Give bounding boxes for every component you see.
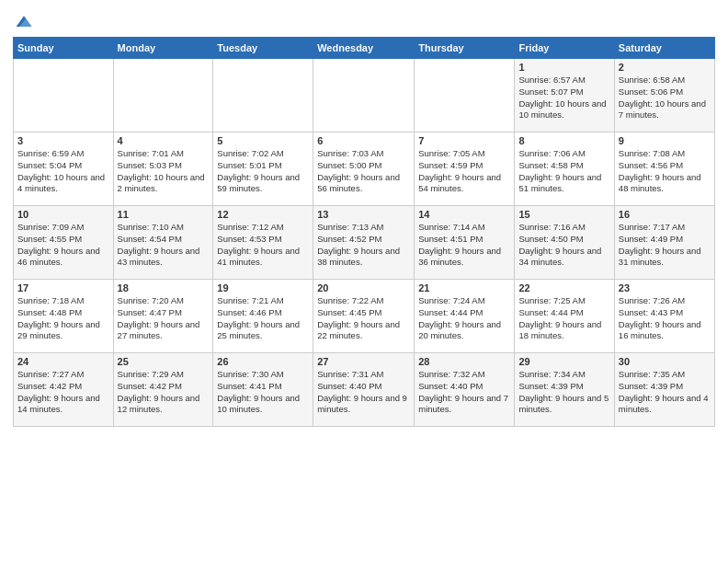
- weekday-header-wednesday: Wednesday: [313, 38, 415, 59]
- calendar-week-row: 1Sunrise: 6:57 AMSunset: 5:07 PMDaylight…: [14, 59, 715, 132]
- day-number: 20: [317, 282, 410, 293]
- calendar-cell: [415, 59, 515, 132]
- day-number: 23: [619, 282, 711, 293]
- calendar-cell: 1Sunrise: 6:57 AMSunset: 5:07 PMDaylight…: [515, 59, 614, 132]
- calendar-cell: 6Sunrise: 7:03 AMSunset: 5:00 PMDaylight…: [313, 132, 415, 206]
- day-number: 30: [619, 356, 711, 367]
- logo-icon: [15, 13, 33, 31]
- day-info: Sunrise: 7:20 AMSunset: 4:47 PMDaylight:…: [118, 295, 210, 342]
- calendar-cell: 25Sunrise: 7:29 AMSunset: 4:42 PMDayligh…: [113, 353, 213, 427]
- day-number: 11: [118, 209, 210, 220]
- day-number: 7: [418, 135, 510, 146]
- calendar-cell: 9Sunrise: 7:08 AMSunset: 4:56 PMDaylight…: [614, 132, 714, 206]
- weekday-header-saturday: Saturday: [614, 38, 714, 59]
- calendar-week-row: 17Sunrise: 7:18 AMSunset: 4:48 PMDayligh…: [14, 280, 715, 353]
- calendar-header-row: SundayMondayTuesdayWednesdayThursdayFrid…: [14, 38, 715, 59]
- day-number: 16: [619, 209, 711, 220]
- day-number: 28: [418, 356, 510, 367]
- calendar-cell: 19Sunrise: 7:21 AMSunset: 4:46 PMDayligh…: [213, 280, 313, 353]
- day-number: 25: [118, 356, 210, 367]
- day-number: 13: [317, 209, 410, 220]
- day-number: 6: [317, 135, 410, 146]
- day-number: 27: [317, 356, 410, 367]
- day-info: Sunrise: 6:58 AMSunset: 5:06 PMDaylight:…: [619, 75, 711, 121]
- day-info: Sunrise: 7:03 AMSunset: 5:00 PMDaylight:…: [317, 148, 410, 195]
- calendar-cell: 13Sunrise: 7:13 AMSunset: 4:52 PMDayligh…: [313, 206, 415, 280]
- day-number: 14: [418, 209, 510, 220]
- weekday-header-monday: Monday: [113, 38, 213, 59]
- day-number: 29: [518, 356, 609, 367]
- day-info: Sunrise: 7:10 AMSunset: 4:54 PMDaylight:…: [118, 222, 210, 269]
- calendar-cell: 11Sunrise: 7:10 AMSunset: 4:54 PMDayligh…: [113, 206, 213, 280]
- calendar-cell: 12Sunrise: 7:12 AMSunset: 4:53 PMDayligh…: [213, 206, 313, 280]
- day-number: 26: [217, 356, 309, 367]
- day-info: Sunrise: 7:05 AMSunset: 4:59 PMDaylight:…: [418, 148, 510, 195]
- day-info: Sunrise: 7:27 AMSunset: 4:42 PMDaylight:…: [17, 369, 109, 416]
- day-info: Sunrise: 7:21 AMSunset: 4:46 PMDaylight:…: [217, 295, 309, 342]
- day-info: Sunrise: 7:35 AMSunset: 4:39 PMDaylight:…: [619, 369, 711, 416]
- day-info: Sunrise: 7:32 AMSunset: 4:40 PMDaylight:…: [418, 369, 510, 416]
- day-number: 9: [619, 135, 711, 146]
- calendar-cell: 2Sunrise: 6:58 AMSunset: 5:06 PMDaylight…: [614, 59, 714, 132]
- calendar-cell: 17Sunrise: 7:18 AMSunset: 4:48 PMDayligh…: [14, 280, 114, 353]
- calendar-week-row: 10Sunrise: 7:09 AMSunset: 4:55 PMDayligh…: [14, 206, 715, 280]
- calendar-cell: 5Sunrise: 7:02 AMSunset: 5:01 PMDaylight…: [213, 132, 313, 206]
- day-info: Sunrise: 7:09 AMSunset: 4:55 PMDaylight:…: [17, 222, 109, 269]
- calendar-cell: 30Sunrise: 7:35 AMSunset: 4:39 PMDayligh…: [614, 353, 714, 427]
- day-number: 24: [17, 356, 109, 367]
- page-container: SundayMondayTuesdayWednesdayThursdayFrid…: [0, 0, 728, 563]
- day-number: 1: [518, 62, 609, 73]
- calendar-cell: 4Sunrise: 7:01 AMSunset: 5:03 PMDaylight…: [113, 132, 213, 206]
- day-info: Sunrise: 7:08 AMSunset: 4:56 PMDaylight:…: [619, 148, 711, 195]
- calendar-cell: [113, 59, 213, 132]
- day-number: 18: [118, 282, 210, 293]
- page-header: [13, 9, 715, 31]
- calendar-cell: 16Sunrise: 7:17 AMSunset: 4:49 PMDayligh…: [614, 206, 714, 280]
- day-info: Sunrise: 7:26 AMSunset: 4:43 PMDaylight:…: [619, 295, 711, 342]
- weekday-header-sunday: Sunday: [14, 38, 114, 59]
- calendar-cell: 22Sunrise: 7:25 AMSunset: 4:44 PMDayligh…: [515, 280, 614, 353]
- day-number: 17: [17, 282, 109, 293]
- day-info: Sunrise: 7:14 AMSunset: 4:51 PMDaylight:…: [418, 222, 510, 269]
- day-number: 15: [518, 209, 609, 220]
- calendar-week-row: 24Sunrise: 7:27 AMSunset: 4:42 PMDayligh…: [14, 353, 715, 427]
- calendar-week-row: 3Sunrise: 6:59 AMSunset: 5:04 PMDaylight…: [14, 132, 715, 206]
- day-info: Sunrise: 6:57 AMSunset: 5:07 PMDaylight:…: [518, 75, 609, 121]
- logo: [13, 13, 33, 31]
- day-number: 3: [17, 135, 109, 146]
- day-number: 5: [217, 135, 309, 146]
- calendar-cell: 27Sunrise: 7:31 AMSunset: 4:40 PMDayligh…: [313, 353, 415, 427]
- day-info: Sunrise: 7:34 AMSunset: 4:39 PMDaylight:…: [518, 369, 609, 416]
- calendar-cell: 8Sunrise: 7:06 AMSunset: 4:58 PMDaylight…: [515, 132, 614, 206]
- calendar-cell: 18Sunrise: 7:20 AMSunset: 4:47 PMDayligh…: [113, 280, 213, 353]
- weekday-header-friday: Friday: [515, 38, 614, 59]
- calendar-cell: 26Sunrise: 7:30 AMSunset: 4:41 PMDayligh…: [213, 353, 313, 427]
- day-info: Sunrise: 7:06 AMSunset: 4:58 PMDaylight:…: [518, 148, 609, 195]
- day-number: 8: [518, 135, 609, 146]
- day-info: Sunrise: 7:29 AMSunset: 4:42 PMDaylight:…: [118, 369, 210, 416]
- day-info: Sunrise: 7:17 AMSunset: 4:49 PMDaylight:…: [619, 222, 711, 269]
- calendar-cell: 7Sunrise: 7:05 AMSunset: 4:59 PMDaylight…: [415, 132, 515, 206]
- calendar-cell: 28Sunrise: 7:32 AMSunset: 4:40 PMDayligh…: [415, 353, 515, 427]
- day-info: Sunrise: 7:02 AMSunset: 5:01 PMDaylight:…: [217, 148, 309, 195]
- calendar-table: SundayMondayTuesdayWednesdayThursdayFrid…: [13, 37, 715, 427]
- calendar-cell: [14, 59, 114, 132]
- day-number: 4: [118, 135, 210, 146]
- day-info: Sunrise: 7:30 AMSunset: 4:41 PMDaylight:…: [217, 369, 309, 416]
- calendar-cell: 29Sunrise: 7:34 AMSunset: 4:39 PMDayligh…: [515, 353, 614, 427]
- day-info: Sunrise: 6:59 AMSunset: 5:04 PMDaylight:…: [17, 148, 109, 195]
- weekday-header-tuesday: Tuesday: [213, 38, 313, 59]
- day-info: Sunrise: 7:12 AMSunset: 4:53 PMDaylight:…: [217, 222, 309, 269]
- calendar-cell: 10Sunrise: 7:09 AMSunset: 4:55 PMDayligh…: [14, 206, 114, 280]
- calendar-cell: 21Sunrise: 7:24 AMSunset: 4:44 PMDayligh…: [415, 280, 515, 353]
- day-info: Sunrise: 7:24 AMSunset: 4:44 PMDaylight:…: [418, 295, 510, 342]
- calendar-cell: 24Sunrise: 7:27 AMSunset: 4:42 PMDayligh…: [14, 353, 114, 427]
- weekday-header-thursday: Thursday: [415, 38, 515, 59]
- calendar-cell: [213, 59, 313, 132]
- calendar-cell: 20Sunrise: 7:22 AMSunset: 4:45 PMDayligh…: [313, 280, 415, 353]
- calendar-cell: 15Sunrise: 7:16 AMSunset: 4:50 PMDayligh…: [515, 206, 614, 280]
- day-info: Sunrise: 7:31 AMSunset: 4:40 PMDaylight:…: [317, 369, 410, 416]
- calendar-cell: 23Sunrise: 7:26 AMSunset: 4:43 PMDayligh…: [614, 280, 714, 353]
- day-number: 2: [619, 62, 711, 73]
- calendar-cell: 14Sunrise: 7:14 AMSunset: 4:51 PMDayligh…: [415, 206, 515, 280]
